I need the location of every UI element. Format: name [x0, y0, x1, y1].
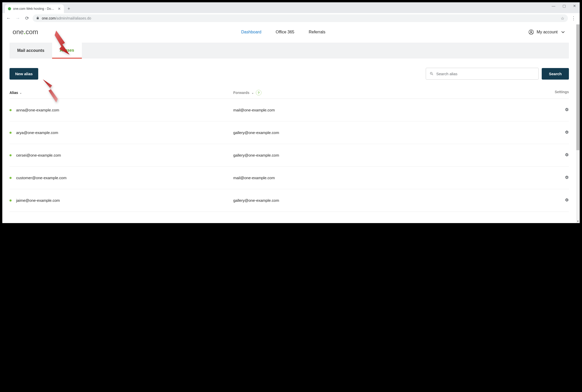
- new-alias-button[interactable]: New alias: [9, 68, 38, 80]
- sub-tab-bar: Mail accounts Aliases: [9, 43, 569, 59]
- row-settings-button[interactable]: [513, 153, 569, 158]
- col-alias-label: Alias: [9, 91, 18, 95]
- address-bar[interactable]: one.com/admin/mail/aliases.do ☆: [33, 14, 568, 22]
- table-row: arya@one-example.comgallery@one-example.…: [9, 121, 569, 144]
- chevron-down-icon: [560, 29, 566, 35]
- status-dot-icon: [9, 177, 12, 179]
- url-text: one.com/admin/mail/aliases.do: [42, 16, 558, 20]
- browser-toolbar: ← → ⟳ one.com/admin/mail/aliases.do ☆ ⋮: [2, 13, 580, 24]
- bookmark-star-icon[interactable]: ☆: [561, 16, 564, 21]
- tab-aliases[interactable]: Aliases: [52, 43, 82, 59]
- search-input[interactable]: [436, 72, 535, 76]
- forwards-cell: mail@one-example.com: [233, 176, 513, 180]
- nav-dashboard[interactable]: Dashboard: [241, 30, 261, 34]
- col-header-forwards[interactable]: Forwards ⌄ ?: [233, 90, 513, 95]
- browser-window: — ▢ ✕ one.com Web hosting - Domain ✕ + ←…: [2, 2, 580, 223]
- window-controls: — ▢ ✕: [552, 4, 576, 8]
- col-header-alias[interactable]: Alias ⌄: [9, 90, 233, 95]
- tab-mail-accounts[interactable]: Mail accounts: [9, 43, 52, 59]
- alias-value: arya@one-example.com: [16, 130, 58, 135]
- account-label: My account: [537, 30, 558, 34]
- alias-cell: cersei@one-example.com: [9, 153, 233, 157]
- forwards-cell: gallery@one-example.com: [233, 153, 513, 157]
- scrollbar[interactable]: ▲ ▼: [576, 24, 580, 223]
- alias-value: cersei@one-example.com: [16, 153, 61, 157]
- table-header: Alias ⌄ Forwards ⌄ ? Settings: [9, 87, 569, 99]
- alias-value: anna@one-example.com: [16, 108, 59, 112]
- row-settings-button[interactable]: [513, 130, 569, 135]
- tab-strip: one.com Web hosting - Domain ✕ +: [2, 2, 580, 13]
- user-icon: [528, 29, 534, 35]
- logo[interactable]: one.com: [13, 28, 38, 36]
- search-box: [426, 68, 539, 80]
- help-icon[interactable]: ?: [256, 90, 261, 95]
- page-viewport: one.com Dashboard Office 365 Referrals M…: [2, 24, 580, 223]
- table-row: jaime@one-example.comgallery@one-example…: [9, 189, 569, 212]
- forwards-cell: gallery@one-example.com: [233, 198, 513, 203]
- url-host: one.com: [42, 16, 56, 20]
- status-dot-icon: [9, 154, 12, 156]
- table-body: anna@one-example.commail@one-example.com…: [9, 99, 569, 212]
- scrollbar-down-icon[interactable]: ▼: [576, 219, 580, 223]
- logo-right: com: [26, 28, 38, 36]
- forwards-cell: gallery@one-example.com: [233, 130, 513, 135]
- account-menu[interactable]: My account: [528, 29, 566, 35]
- minimize-icon[interactable]: —: [552, 4, 555, 8]
- alias-cell: anna@one-example.com: [9, 108, 233, 112]
- status-dot-icon: [9, 199, 12, 202]
- alias-value: jaime@one-example.com: [16, 198, 60, 203]
- logo-left: one: [13, 28, 24, 36]
- action-row: New alias Search: [9, 68, 569, 80]
- logo-dot: .: [24, 28, 25, 36]
- lock-icon: [36, 16, 39, 20]
- svg-point-1: [530, 31, 532, 32]
- row-settings-button[interactable]: [513, 198, 569, 203]
- tab-title: one.com Web hosting - Domain: [13, 7, 56, 11]
- forward-button[interactable]: →: [14, 16, 21, 21]
- col-forwards-label: Forwards: [233, 91, 249, 95]
- reload-button[interactable]: ⟳: [23, 15, 31, 21]
- table-row: anna@one-example.commail@one-example.com: [9, 99, 569, 121]
- close-tab-icon[interactable]: ✕: [58, 7, 61, 11]
- close-window-icon[interactable]: ✕: [573, 4, 576, 8]
- chevron-down-icon: ⌄: [251, 91, 254, 94]
- site-header: one.com Dashboard Office 365 Referrals M…: [2, 24, 576, 40]
- table-row: customer@one-example.commail@one-example…: [9, 167, 569, 189]
- favicon-dot-icon: [8, 7, 11, 10]
- search-icon: [430, 72, 434, 76]
- new-tab-button[interactable]: +: [67, 6, 70, 12]
- row-settings-button[interactable]: [513, 175, 569, 180]
- chevron-down-icon: ⌄: [20, 91, 22, 94]
- status-dot-icon: [9, 132, 12, 134]
- nav-referrals[interactable]: Referrals: [309, 30, 325, 34]
- row-settings-button[interactable]: [513, 108, 569, 112]
- scrollbar-thumb[interactable]: [576, 24, 579, 150]
- maximize-icon[interactable]: ▢: [562, 4, 566, 8]
- url-path: /admin/mail/aliases.do: [56, 16, 91, 20]
- alias-cell: arya@one-example.com: [9, 130, 233, 135]
- nav-office365[interactable]: Office 365: [276, 30, 294, 34]
- col-header-settings: Settings: [513, 90, 569, 95]
- overflow-menu-icon[interactable]: ⋮: [570, 15, 577, 21]
- forwards-cell: mail@one-example.com: [233, 108, 513, 112]
- status-dot-icon: [9, 109, 12, 111]
- search-button[interactable]: Search: [542, 68, 569, 80]
- alias-cell: customer@one-example.com: [9, 176, 233, 180]
- browser-tab[interactable]: one.com Web hosting - Domain ✕: [5, 4, 64, 13]
- back-button[interactable]: ←: [5, 16, 12, 21]
- header-nav: Dashboard Office 365 Referrals: [38, 30, 528, 34]
- page-content: one.com Dashboard Office 365 Referrals M…: [2, 24, 576, 223]
- alias-value: customer@one-example.com: [16, 176, 66, 180]
- alias-cell: jaime@one-example.com: [9, 198, 233, 203]
- table-row: cersei@one-example.comgallery@one-exampl…: [9, 144, 569, 167]
- alias-table: Alias ⌄ Forwards ⌄ ? Settings anna@one-e…: [9, 87, 569, 212]
